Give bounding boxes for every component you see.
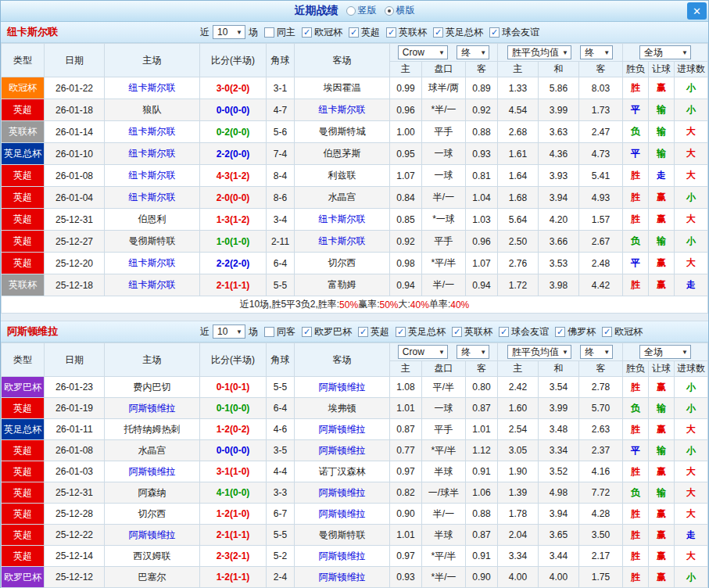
home-team[interactable]: 托特纳姆热刺 [105,419,200,440]
away-team[interactable]: 水晶宫 [295,187,390,209]
match-score: 1-2(0-2) [200,419,267,440]
away-team[interactable]: 阿斯顿维拉 [295,419,390,440]
radio-unselected-icon [346,6,356,16]
avg-away: 1.73 [579,99,623,121]
avg-type-select[interactable]: 胜平负均值▼ [507,345,571,359]
league-filter-checkbox[interactable]: ✓球会友谊 [489,26,539,39]
home-team[interactable]: 切尔西 [105,504,200,525]
same-venue-checkbox[interactable]: 同主 [264,26,295,39]
dropdown-arrow-icon: ▼ [603,49,610,56]
home-team[interactable]: 阿斯顿维拉 [105,398,200,419]
handicap-line: 半/一 [422,187,466,209]
home-team[interactable]: 西汉姆联 [105,546,200,567]
away-team[interactable]: 埃弗顿 [295,398,390,419]
away-team[interactable]: 曼彻斯特联 [295,525,390,546]
league-filter-label: 球会友谊 [511,325,549,339]
home-team[interactable]: 水晶宫 [105,440,200,461]
home-team[interactable]: 曼彻斯特联 [105,231,200,253]
home-team[interactable]: 狼队 [105,99,200,121]
avg-away: 2.78 [579,377,623,398]
home-team[interactable]: 阿斯顿维拉 [105,461,200,482]
league-filter-checkbox[interactable]: ✓佛罗杯 [555,325,596,339]
layout-radio-1[interactable]: 横版 [385,4,415,17]
match-row: 欧罗巴杯26-01-23费内巴切0-1(0-1)5-5阿斯顿维拉1.08平/半0… [2,377,708,398]
corner-score: 6-4 [267,398,295,419]
away-team[interactable]: 阿斯顿维拉 [295,377,390,398]
match-score: 0-1(0-1) [200,377,267,398]
result-goals: 大 [675,209,708,231]
league-filter-checkbox[interactable]: ✓英超 [358,325,389,339]
away-team[interactable]: 阿斯顿维拉 [295,567,390,588]
home-team[interactable]: 巴塞尔 [105,567,200,588]
away-team[interactable]: 切尔西 [295,253,390,274]
odds-period-select[interactable]: 终▼ [457,345,489,359]
scope-select[interactable]: 全场▼ [639,345,691,359]
match-count-select[interactable]: 10 ▼ [213,25,245,39]
scope-select[interactable]: 全场▼ [639,45,691,59]
league-filter-checkbox[interactable]: ✓球会友谊 [499,325,549,339]
away-team[interactable]: 阿斯顿维拉 [295,504,390,525]
same-venue-label: 同客 [277,325,295,339]
away-team[interactable]: 诺丁汉森林 [295,461,390,482]
away-team[interactable]: 纽卡斯尔联 [295,99,390,121]
odds-home: 0.82 [390,482,422,504]
away-team[interactable]: 纽卡斯尔联 [295,209,390,231]
dropdown-arrow-icon: ▼ [682,349,688,356]
match-type-badge: 英超 [2,440,45,461]
match-date: 26-01-23 [45,377,105,398]
same-venue-checkbox[interactable]: 同客 [264,325,295,339]
match-date: 26-01-03 [45,461,105,482]
corner-score: 3-5 [267,440,295,461]
away-team[interactable]: 利兹联 [295,165,390,187]
odds-period-select[interactable]: 终▼ [457,45,489,59]
odds-home: 1.07 [390,165,422,187]
league-filter-checkbox[interactable]: ✓英超 [349,26,380,39]
col-corner: 角球 [267,343,295,377]
handicap-line: 一球 [422,143,466,165]
close-button[interactable]: ✕ [687,2,707,20]
avg-period-select[interactable]: 终▼ [580,345,613,359]
league-filter-checkbox[interactable]: ✓欧罗巴杯 [302,325,352,339]
odds-home: 0.84 [390,187,422,209]
league-filter-checkbox[interactable]: ✓英足总杯 [396,325,446,339]
home-team[interactable]: 纽卡斯尔联 [105,253,200,274]
home-team[interactable]: 纽卡斯尔联 [105,187,200,209]
home-team[interactable]: 阿斯顿维拉 [105,525,200,546]
avg-draw: 3.94 [539,187,579,209]
away-team[interactable]: 曼彻斯特城 [295,121,390,143]
avg-home: 2.68 [498,121,539,143]
away-team[interactable]: 阿斯顿维拉 [295,482,390,504]
away-team[interactable]: 纽卡斯尔联 [295,231,390,253]
away-team[interactable]: 伯恩茅斯 [295,143,390,165]
home-team[interactable]: 阿森纳 [105,482,200,504]
away-team[interactable]: 阿斯顿维拉 [295,546,390,567]
league-filter-checkbox[interactable]: ✓英联杯 [452,325,492,339]
avg-type-select[interactable]: 胜平负均值▼ [507,45,571,59]
avg-home: 4.00 [498,567,539,588]
result-handicap: 赢 [649,77,675,99]
avg-home: 1.61 [498,143,539,165]
match-count-select[interactable]: 10 ▼ [213,324,245,339]
league-filter-checkbox[interactable]: ✓英联杯 [386,26,427,39]
bookmaker-select[interactable]: Crow▼ [398,45,448,59]
league-filter-checkbox[interactable]: ✓欧冠杯 [302,26,342,39]
bookmaker-select[interactable]: Crow▼ [398,345,448,359]
home-team[interactable]: 纽卡斯尔联 [105,143,200,165]
home-team[interactable]: 费内巴切 [105,377,200,398]
home-team[interactable]: 纽卡斯尔联 [105,121,200,143]
match-score: 0-0(0-0) [200,440,267,461]
away-team[interactable]: 富勒姆 [295,274,390,296]
league-filter-checkbox[interactable]: ✓英足总杯 [433,26,483,39]
checkbox-unchecked-icon [264,27,274,38]
odds-away: 0.81 [466,165,498,187]
home-team[interactable]: 伯恩利 [105,209,200,231]
league-filter-checkbox[interactable]: ✓欧冠杯 [602,325,643,339]
corner-score: 3-1 [267,77,295,99]
home-team[interactable]: 纽卡斯尔联 [105,165,200,187]
home-team[interactable]: 纽卡斯尔联 [105,274,200,296]
layout-radio-0[interactable]: 竖版 [346,4,377,17]
home-team[interactable]: 纽卡斯尔联 [105,77,200,99]
away-team[interactable]: 埃因霍温 [295,77,390,99]
away-team[interactable]: 阿斯顿维拉 [295,440,390,461]
avg-period-select[interactable]: 终▼ [580,45,613,59]
